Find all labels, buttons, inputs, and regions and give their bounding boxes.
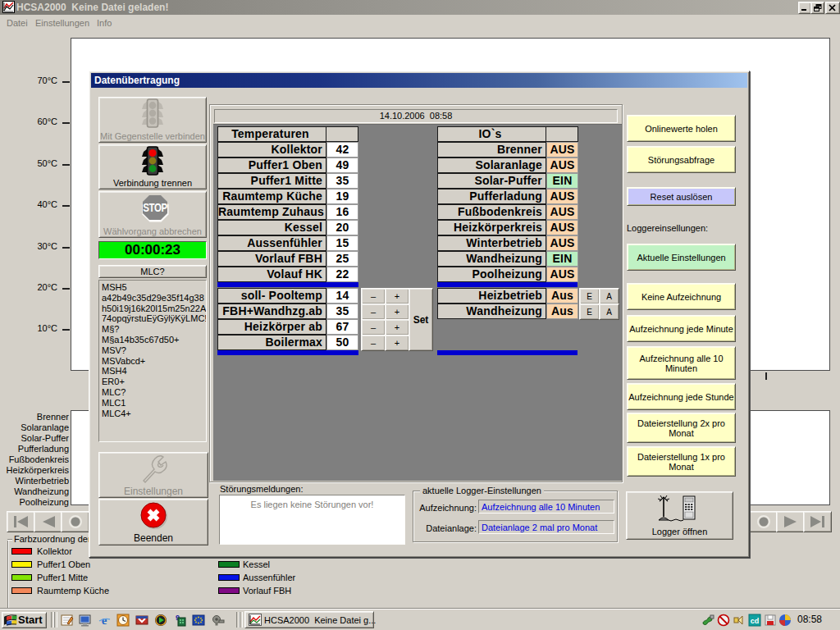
svg-text:cd: cd xyxy=(751,617,760,625)
svg-text:STOP: STOP xyxy=(143,201,167,214)
svg-text:e: e xyxy=(102,614,107,627)
